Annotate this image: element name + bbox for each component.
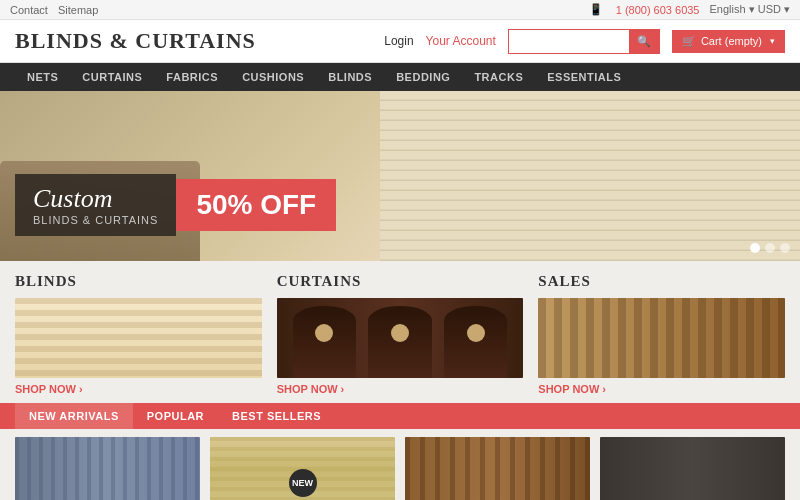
hero-discount-badge: 50% OFF [176, 179, 336, 231]
nav-fabrics[interactable]: FABRICS [154, 63, 230, 91]
carousel-dot-2[interactable] [765, 243, 775, 253]
hero-carousel-dots [750, 243, 790, 253]
search-box: 🔍 [508, 29, 660, 54]
product-thumbnails: NEW [0, 429, 800, 500]
cart-icon: 🛒 [682, 35, 696, 48]
top-bar-links: Contact Sitemap [10, 4, 98, 16]
blinds-section: BLINDS SHOP NOW › [15, 273, 262, 395]
nav-bedding[interactable]: BEDDING [384, 63, 462, 91]
product-thumb-3[interactable] [405, 437, 590, 500]
header: BLINDS & CURTAINS Login Your Account 🔍 🛒… [0, 20, 800, 63]
hero-custom-label: Custom BLINDS & CURTAINS [15, 174, 176, 236]
carousel-dot-3[interactable] [780, 243, 790, 253]
nav-essentials[interactable]: ESSENTIALS [535, 63, 633, 91]
search-input[interactable] [509, 31, 629, 51]
search-button[interactable]: 🔍 [629, 30, 659, 53]
header-right: Login Your Account 🔍 🛒 Cart (empty) ▾ [384, 29, 785, 54]
shop-now-arrow-2: › [341, 383, 345, 395]
top-bar-right: 📱 1 (800) 603 6035 English ▾ USD ▾ [589, 3, 790, 16]
curtains-shop-now[interactable]: SHOP NOW › [277, 383, 524, 395]
cart-dropdown-icon: ▾ [770, 36, 775, 46]
blind-strip-3 [548, 91, 632, 261]
cart-label: Cart (empty) [701, 35, 762, 47]
curtain-circle-2 [391, 324, 409, 342]
curtains-title: CURTAINS [277, 273, 524, 290]
account-link[interactable]: Your Account [426, 34, 496, 48]
language-selector[interactable]: English ▾ USD ▾ [710, 3, 791, 16]
blinds-title: BLINDS [15, 273, 262, 290]
curtain-panel-2 [368, 306, 431, 378]
sales-title: SALES [538, 273, 785, 290]
nav-nets[interactable]: NETS [15, 63, 70, 91]
blinds-shop-now[interactable]: SHOP NOW › [15, 383, 262, 395]
sales-shop-now[interactable]: SHOP NOW › [538, 383, 785, 395]
blind-strip-5 [716, 91, 800, 261]
blinds-shop-now-label: SHOP NOW [15, 383, 76, 395]
product-thumb-2[interactable]: NEW [210, 437, 395, 500]
nav-tracks[interactable]: TRACKS [462, 63, 535, 91]
nav-curtains[interactable]: CURTAINS [70, 63, 154, 91]
tab-new-arrivals[interactable]: NEW ARRIVALS [15, 403, 133, 429]
curtains-image [277, 298, 524, 378]
phone-icon: 📱 [589, 3, 603, 16]
sales-section: SALES SHOP NOW › [538, 273, 785, 395]
login-link[interactable]: Login [384, 34, 413, 48]
hero-banner: Custom BLINDS & CURTAINS 50% OFF [0, 91, 800, 261]
curtains-shop-now-label: SHOP NOW [277, 383, 338, 395]
curtain-panel-1 [293, 306, 356, 378]
product-thumb-1[interactable] [15, 437, 200, 500]
blind-strip-1 [380, 91, 464, 261]
blind-strip-4 [632, 91, 716, 261]
hero-text-area: Custom BLINDS & CURTAINS 50% OFF [15, 174, 336, 236]
top-bar: Contact Sitemap 📱 1 (800) 603 6035 Engli… [0, 0, 800, 20]
blinds-img-visual [15, 298, 262, 378]
new-badge: NEW [289, 469, 317, 497]
nav-cushions[interactable]: CUSHIONS [230, 63, 316, 91]
carousel-dot-1[interactable] [750, 243, 760, 253]
hero-blinds-visual [380, 91, 800, 261]
tab-popular[interactable]: POPULAR [133, 403, 218, 429]
nav-blinds[interactable]: BLINDS [316, 63, 384, 91]
curtains-section: CURTAINS SHOP NOW › [277, 273, 524, 395]
blinds-image [15, 298, 262, 378]
contact-link[interactable]: Contact [10, 4, 48, 16]
product-sections: BLINDS SHOP NOW › CURTAINS SHOP NOW › SA… [0, 261, 800, 403]
phone-number: 1 (800) 603 6035 [616, 4, 700, 16]
sitemap-link[interactable]: Sitemap [58, 4, 98, 16]
tab-best-sellers[interactable]: BEST SELLERS [218, 403, 335, 429]
shop-now-arrow-3: › [602, 383, 606, 395]
hero-sub-text: BLINDS & CURTAINS [33, 214, 158, 226]
blind-strip-2 [464, 91, 548, 261]
product-tabs-bar: NEW ARRIVALS POPULAR BEST SELLERS [0, 403, 800, 429]
shop-now-arrow: › [79, 383, 83, 395]
sales-img-visual [538, 298, 785, 378]
curtain-circle-1 [315, 324, 333, 342]
curtains-img-visual [277, 298, 524, 378]
product-thumb-4[interactable] [600, 437, 785, 500]
currency-label: USD [758, 3, 781, 15]
hero-main-text: Custom [33, 184, 112, 213]
curtain-circle-3 [467, 324, 485, 342]
sales-image [538, 298, 785, 378]
curtain-panel-3 [444, 306, 507, 378]
site-logo: BLINDS & CURTAINS [15, 28, 256, 54]
sales-shop-now-label: SHOP NOW [538, 383, 599, 395]
navigation: NETS CURTAINS FABRICS CUSHIONS BLINDS BE… [0, 63, 800, 91]
lang-label: English [710, 3, 746, 15]
cart-button[interactable]: 🛒 Cart (empty) ▾ [672, 30, 785, 53]
